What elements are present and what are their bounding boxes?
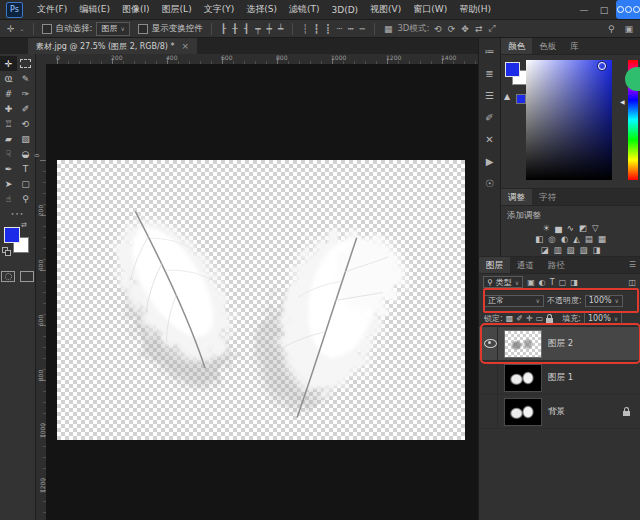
visibility-cell[interactable] — [483, 327, 498, 360]
color-lookup-icon[interactable]: ▦ — [598, 234, 606, 245]
photo-filter-icon[interactable]: ◭ — [573, 234, 580, 245]
tab-channels[interactable]: 通道 — [510, 257, 541, 273]
threshold-icon[interactable]: ▧ — [566, 245, 574, 256]
visibility-cell[interactable] — [483, 361, 498, 394]
distribute-bottom-icon[interactable]: ┋ — [324, 24, 331, 34]
align-h-center-icon[interactable]: ╂ — [231, 24, 238, 34]
edit-toolbar-dots-icon[interactable]: ••• — [0, 210, 35, 217]
screen-mode-icon[interactable] — [20, 271, 34, 282]
menu-3d[interactable]: 3D(D) — [325, 5, 364, 15]
gradient-map-icon[interactable]: ▨ — [580, 245, 588, 256]
layer-row-layer2[interactable]: 图层 2 — [479, 327, 640, 361]
maximize-button[interactable]: □ — [596, 5, 612, 15]
filter-smart-objects-icon[interactable]: ◨ — [570, 278, 578, 287]
canvas[interactable] — [57, 160, 465, 440]
smudge-tool[interactable]: ☟ — [0, 146, 17, 161]
menu-window[interactable]: 窗口(W) — [407, 3, 453, 16]
swap-colors-icon[interactable]: ⇄ — [21, 221, 27, 229]
menu-file[interactable]: 文件(F) — [31, 3, 73, 16]
filter-pixel-layers-icon[interactable]: ▣ — [527, 278, 535, 287]
move-tool[interactable]: ✛ — [0, 56, 17, 71]
menu-filter[interactable]: 滤镜(T) — [283, 3, 326, 16]
document-tab[interactable]: 素材.jpg @ 27.5% (图层 2, RGB/8) * × — [28, 38, 197, 54]
panel-menu-icon[interactable]: ☰ — [629, 257, 640, 273]
auto-select-checkbox[interactable] — [42, 24, 52, 34]
foreground-color-swatch[interactable] — [505, 62, 520, 77]
tab-swatches[interactable]: 色板 — [532, 38, 563, 54]
align-distribute-icon[interactable]: ▦ — [383, 24, 394, 34]
show-transform-controls-checkbox[interactable] — [138, 24, 148, 34]
invert-icon[interactable]: ◪ — [540, 245, 548, 256]
search-icon[interactable]: ⚲ — [607, 24, 616, 34]
menu-type[interactable]: 文字(Y) — [198, 3, 241, 16]
brush-settings-panel-icon[interactable]: ✐ — [485, 112, 493, 124]
shape-tool[interactable]: ▢ — [17, 176, 34, 191]
properties-panel-icon[interactable]: ≔ — [485, 46, 495, 58]
workspace-switcher-icon[interactable]: ▣ — [623, 24, 634, 34]
clone-source-panel-icon[interactable]: ✕ — [485, 134, 493, 146]
brush-tool[interactable]: ✐ — [17, 101, 34, 116]
align-bottom-icon[interactable]: ┷ — [277, 24, 284, 34]
tab-character[interactable]: 字符 — [532, 189, 563, 205]
black-white-icon[interactable]: ◐ — [561, 234, 568, 245]
hue-saturation-icon[interactable]: ◧ — [535, 234, 543, 245]
layer-comps-panel-icon[interactable]: ≣ — [485, 68, 493, 80]
brightness-contrast-icon[interactable]: ☀ — [543, 223, 551, 234]
channel-mixer-icon[interactable]: ▤ — [585, 234, 593, 245]
move-tool-options-icon[interactable]: ✛ — [6, 24, 16, 34]
menu-image[interactable]: 图像(I) — [116, 3, 156, 16]
auto-select-target-dropdown[interactable]: 图层 ∨ — [96, 22, 129, 36]
type-tool[interactable]: T — [17, 161, 34, 176]
distribute-right-icon[interactable]: ┉ — [359, 24, 366, 34]
adjustments-panel-icon[interactable]: ☰ — [485, 90, 494, 102]
blend-mode-dropdown[interactable]: 正常 ∨ — [484, 295, 544, 307]
tab-adjustments[interactable]: 调整 — [501, 189, 532, 205]
lasso-tool[interactable]: Ҩ — [0, 71, 17, 86]
tab-layers[interactable]: 图层 — [479, 257, 510, 273]
lock-artboard-icon[interactable]: ▭ — [536, 314, 544, 323]
layer-row-background[interactable]: 背景 — [479, 395, 640, 429]
align-left-icon[interactable]: ┠ — [220, 24, 227, 34]
filter-shape-layers-icon[interactable]: ▢ — [559, 278, 567, 287]
layer-name[interactable]: 图层 1 — [548, 372, 573, 384]
menu-select[interactable]: 选择(S) — [240, 3, 283, 16]
layer-thumbnail[interactable] — [504, 398, 542, 426]
menu-view[interactable]: 视图(V) — [364, 3, 407, 16]
levels-icon[interactable]: ▅ — [555, 223, 562, 234]
zoom-tool[interactable]: ⚲ — [17, 191, 34, 206]
menu-edit[interactable]: 编辑(E) — [73, 3, 116, 16]
filter-adjustment-layers-icon[interactable]: ◐ — [539, 278, 546, 287]
foreground-color-swatch[interactable] — [4, 227, 20, 243]
close-icon[interactable]: × — [182, 41, 190, 51]
curves-icon[interactable]: ∿ — [567, 223, 574, 234]
filter-type-dropdown[interactable]: ⚲ 类型 ∨ — [483, 276, 523, 288]
align-top-icon[interactable]: ┯ — [254, 24, 261, 34]
3d-scale-icon[interactable]: ⤢ — [487, 23, 496, 34]
opacity-dropdown[interactable]: 100% ∨ — [585, 295, 623, 307]
layer-name[interactable]: 图层 2 — [548, 338, 573, 350]
exposure-icon[interactable]: ◩ — [579, 223, 587, 234]
3d-pan-icon[interactable]: ✥ — [460, 24, 470, 34]
lock-all-icon[interactable] — [546, 318, 553, 323]
chevron-down-icon[interactable]: ⌄ — [20, 25, 25, 32]
menu-layer[interactable]: 图层(L) — [156, 3, 198, 16]
color-picker-marker[interactable] — [598, 62, 606, 70]
gradient-tool[interactable]: ▧ — [17, 131, 34, 146]
path-selection-tool[interactable]: ➤ — [0, 176, 17, 191]
distribute-left-icon[interactable]: ┄ — [336, 24, 343, 34]
rectangular-marquee-tool[interactable] — [17, 56, 34, 71]
quick-selection-tool[interactable]: ✎ — [17, 71, 34, 86]
distribute-h-center-icon[interactable]: ┅ — [347, 24, 354, 34]
clone-stamp-tool[interactable]: ♖ — [0, 116, 17, 131]
color-balance-icon[interactable]: ◎ — [548, 234, 555, 245]
3d-orbit-icon[interactable]: ⟲ — [433, 24, 443, 34]
hand-tool[interactable]: ☝ — [0, 191, 17, 206]
distribute-v-center-icon[interactable]: ┇ — [313, 24, 320, 34]
distribute-top-icon[interactable]: ┆ — [301, 24, 308, 34]
layer-name[interactable]: 背景 — [548, 406, 565, 418]
actions-panel-icon[interactable]: ▶ — [486, 156, 494, 168]
eyedropper-tool[interactable]: ✑ — [17, 86, 34, 101]
fill-dropdown[interactable]: 100% ∨ — [584, 312, 622, 324]
default-colors-icon[interactable] — [2, 247, 11, 256]
dodge-tool[interactable]: ◒ — [17, 146, 34, 161]
